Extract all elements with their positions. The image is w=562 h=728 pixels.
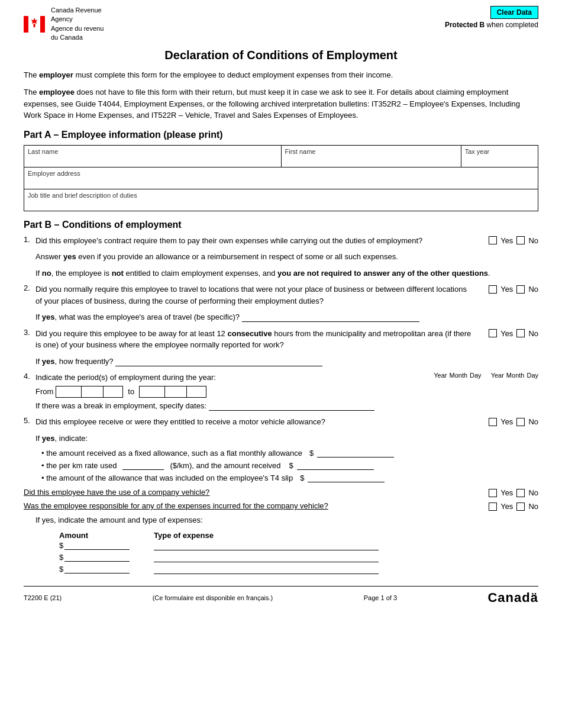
- protected-b-label: Protected B when completed: [445, 21, 538, 29]
- q3-text: Did you require this employee to be away…: [35, 328, 479, 351]
- last-name-label: Last name: [28, 148, 277, 155]
- first-name-label: First name: [285, 148, 457, 155]
- amount-type-row-3: $: [59, 565, 538, 574]
- q3-yes-checkbox[interactable]: [489, 329, 497, 337]
- employer-address-input[interactable]: [28, 178, 534, 186]
- q5-item1-amount-input[interactable]: [317, 449, 394, 458]
- job-title-input[interactable]: [28, 200, 534, 208]
- q5-item2-pre: • the per km rate used: [41, 461, 117, 470]
- canada-wordmark: Canadä: [487, 590, 538, 605]
- q1-yes-checkbox[interactable]: [489, 236, 497, 244]
- form-title: Declaration of Conditions of Employment: [24, 49, 538, 62]
- tax-year-input[interactable]: [465, 156, 534, 165]
- q5-item1-dollar: $: [309, 449, 314, 458]
- q1-num: 1.: [24, 235, 35, 244]
- q2-travel-area-input[interactable]: [242, 313, 419, 322]
- year-label-2: Year: [491, 372, 504, 379]
- month-label-2: Month: [506, 372, 525, 379]
- q2-sub: If yes, what was the employee's area of …: [35, 311, 538, 323]
- row1-dollar: $: [59, 541, 63, 550]
- first-name-input[interactable]: [285, 156, 457, 165]
- question-5-row: 5. Did this employee receive or were the…: [24, 416, 538, 428]
- q1-no-checkbox[interactable]: [516, 236, 525, 244]
- q5-yes-checkbox[interactable]: [489, 418, 497, 426]
- q2-no-checkbox[interactable]: [516, 285, 525, 294]
- row3-type-input[interactable]: [154, 565, 379, 574]
- page-info: Page 1 of 3: [364, 594, 397, 601]
- row1-amount-input[interactable]: [64, 541, 130, 550]
- q1-yes-label: Yes: [500, 236, 513, 245]
- canada-wordmark-text: Canad: [487, 590, 530, 605]
- to-label-text: to: [128, 387, 134, 396]
- q5-item1-text: • the amount received as a fixed allowan…: [41, 449, 302, 458]
- from-month-input[interactable]: [82, 388, 103, 396]
- company-vehicle-text: Did this employee have the use of a comp…: [24, 488, 479, 497]
- responsible-yes-checkbox[interactable]: [489, 502, 497, 511]
- q4-break-sub: If there was a break in employment, spec…: [35, 400, 538, 412]
- q4-break-dates-input[interactable]: [209, 402, 374, 411]
- amount-type-headers: Amount Type of expense: [59, 531, 538, 540]
- part-a-table: Last name First name Tax year Employer a…: [24, 145, 538, 211]
- q5-item1-row: • the amount received as a fixed allowan…: [41, 449, 538, 458]
- to-year-input[interactable]: [141, 388, 164, 396]
- intro-para-1: The employer must complete this form for…: [24, 69, 538, 81]
- intro-para-2: The employee does not have to file this …: [24, 86, 538, 121]
- q5-if-yes: If yes, indicate:: [35, 433, 538, 444]
- to-month-input[interactable]: [165, 388, 186, 396]
- amount-col-header: Amount: [59, 531, 148, 540]
- tax-year-label: Tax year: [465, 148, 534, 155]
- responsible-no-label: No: [528, 502, 538, 511]
- q1-sub2: If no, the employee is not entitled to c…: [35, 268, 538, 279]
- canada-flag-icon: [24, 14, 45, 35]
- q5-item2-row: • the per km rate used ($/km), and the a…: [41, 461, 538, 470]
- row2-amount-input[interactable]: [64, 553, 130, 562]
- q5-yes-label: Yes: [500, 417, 513, 426]
- amount-type-table: $ $ $: [59, 541, 538, 574]
- row2-type-input[interactable]: [154, 553, 379, 562]
- q2-yes-checkbox[interactable]: [489, 285, 497, 294]
- row1-type-input[interactable]: [154, 542, 379, 550]
- footer-bar: T2200 E (21) (Ce formulaire est disponib…: [24, 586, 538, 605]
- company-vehicle-yes-checkbox[interactable]: [489, 489, 497, 497]
- svg-rect-1: [40, 16, 45, 33]
- q1-sub1: Answer yes even if you provide an allowa…: [35, 251, 538, 263]
- indicate-label: If yes, indicate the amount and type of …: [35, 514, 538, 526]
- q5-item3-amount-input[interactable]: [308, 473, 385, 482]
- company-vehicle-no-label: No: [528, 488, 538, 497]
- q5-item3-dollar: $: [300, 473, 304, 482]
- q5-no-label: No: [528, 417, 538, 426]
- q5-no-checkbox[interactable]: [516, 418, 525, 426]
- question-3-row: 3. Did you require this employee to be a…: [24, 328, 538, 351]
- q3-no-label: No: [528, 329, 538, 338]
- french-note: (Ce formulaire est disponible en françai…: [153, 594, 273, 601]
- part-a-heading: Part A – Employee information (please pr…: [24, 130, 538, 140]
- svg-rect-3: [34, 24, 35, 27]
- year-label-1: Year: [434, 372, 447, 379]
- company-vehicle-no-checkbox[interactable]: [516, 489, 525, 497]
- q5-num: 5.: [24, 416, 35, 425]
- month-label-1: Month: [449, 372, 467, 379]
- q5-item2-amount-input[interactable]: [297, 461, 374, 470]
- to-day-input[interactable]: [187, 388, 205, 396]
- q2-no-label: No: [528, 285, 538, 294]
- responsible-no-checkbox[interactable]: [516, 502, 525, 511]
- from-day-input[interactable]: [104, 388, 121, 396]
- q2-num: 2.: [24, 284, 35, 292]
- row3-dollar: $: [59, 565, 63, 574]
- row3-amount-input[interactable]: [64, 565, 130, 574]
- q3-no-checkbox[interactable]: [516, 329, 525, 337]
- day-label-2: Day: [527, 372, 538, 379]
- q3-num: 3.: [24, 328, 35, 337]
- q5-per-km-rate-input[interactable]: [122, 461, 164, 470]
- last-name-input[interactable]: [28, 156, 277, 165]
- q2-yes-label: Yes: [500, 285, 513, 294]
- q4-text: Indicate the period(s) of employment dur…: [35, 372, 434, 384]
- clear-data-button[interactable]: Clear Data: [490, 6, 538, 19]
- row2-dollar: $: [59, 553, 63, 562]
- agency-text: Canada Revenue Agency Agence du revenu d…: [51, 6, 104, 43]
- q3-frequency-input[interactable]: [115, 357, 322, 366]
- part-b-heading: Part B – Conditions of employment: [24, 220, 538, 230]
- q5-item2-dollar: $: [289, 461, 293, 470]
- from-year-input[interactable]: [57, 388, 81, 396]
- day-label-1: Day: [470, 372, 482, 379]
